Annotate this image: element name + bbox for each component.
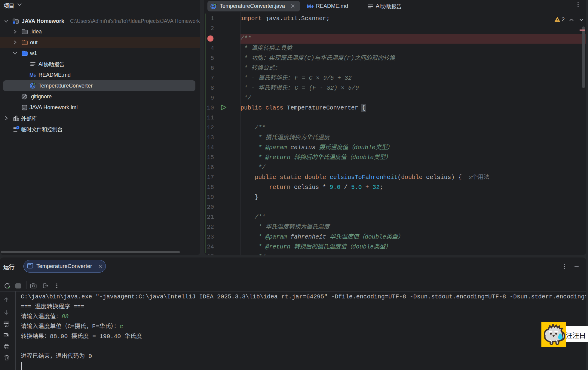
svg-text:M: M (307, 4, 311, 9)
svg-text:M: M (29, 72, 34, 78)
